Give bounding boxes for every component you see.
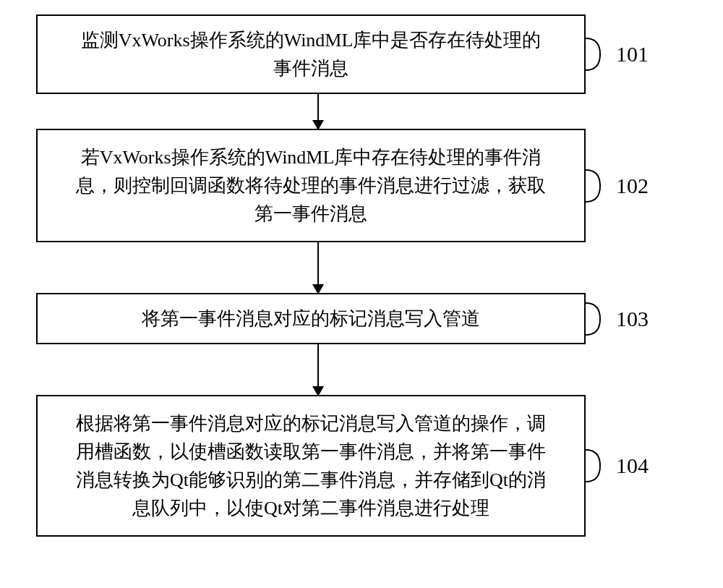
step-1-text: 监测VxWorks操作系统的WindML库中是否存在待处理的事件消息 bbox=[81, 30, 542, 79]
arrow-down-icon bbox=[317, 344, 319, 395]
step-4-connector: 104 bbox=[586, 444, 649, 487]
curve-icon bbox=[586, 444, 613, 487]
step-4-label: 104 bbox=[616, 453, 649, 478]
step-2-box: 若VxWorks操作系统的WindML库中存在待处理的事件消息，则控制回调函数将… bbox=[36, 129, 586, 242]
flowchart-container: 监测VxWorks操作系统的WindML库中是否存在待处理的事件消息 101 若… bbox=[36, 14, 687, 537]
step-3-text: 将第一事件消息对应的标记消息写入管道 bbox=[142, 308, 480, 329]
step-4-text: 根据将第一事件消息对应的标记消息写入管道的操作，调用槽函数，以使槽函数读取第一事… bbox=[76, 413, 546, 519]
arrow-down-icon bbox=[317, 242, 319, 293]
step-3-connector: 103 bbox=[586, 297, 649, 341]
curve-icon bbox=[586, 297, 613, 341]
step-3-box: 将第一事件消息对应的标记消息写入管道 bbox=[36, 293, 586, 344]
step-4-container: 根据将第一事件消息对应的标记消息写入管道的操作，调用槽函数，以使槽函数读取第一事… bbox=[36, 395, 687, 537]
arrow-wrapper-3 bbox=[36, 344, 687, 395]
step-2-container: 若VxWorks操作系统的WindML库中存在待处理的事件消息，则控制回调函数将… bbox=[36, 129, 687, 242]
step-1-box: 监测VxWorks操作系统的WindML库中是否存在待处理的事件消息 bbox=[36, 14, 586, 94]
step-1-container: 监测VxWorks操作系统的WindML库中是否存在待处理的事件消息 101 bbox=[36, 14, 687, 94]
arrow-wrapper-2 bbox=[36, 242, 687, 293]
arrow-down-icon bbox=[317, 94, 319, 129]
step-3-container: 将第一事件消息对应的标记消息写入管道 103 bbox=[36, 293, 687, 344]
step-2-connector: 102 bbox=[586, 164, 649, 208]
step-4-box: 根据将第一事件消息对应的标记消息写入管道的操作，调用槽函数，以使槽函数读取第一事… bbox=[36, 395, 586, 537]
arrow-wrapper-1 bbox=[36, 94, 687, 129]
step-3-label: 103 bbox=[616, 307, 649, 331]
curve-icon bbox=[586, 33, 613, 76]
step-1-connector: 101 bbox=[586, 33, 649, 76]
step-1-label: 101 bbox=[616, 42, 649, 67]
step-2-text: 若VxWorks操作系统的WindML库中存在待处理的事件消息，则控制回调函数将… bbox=[76, 147, 546, 224]
curve-icon bbox=[586, 164, 613, 208]
step-2-label: 102 bbox=[616, 174, 649, 198]
